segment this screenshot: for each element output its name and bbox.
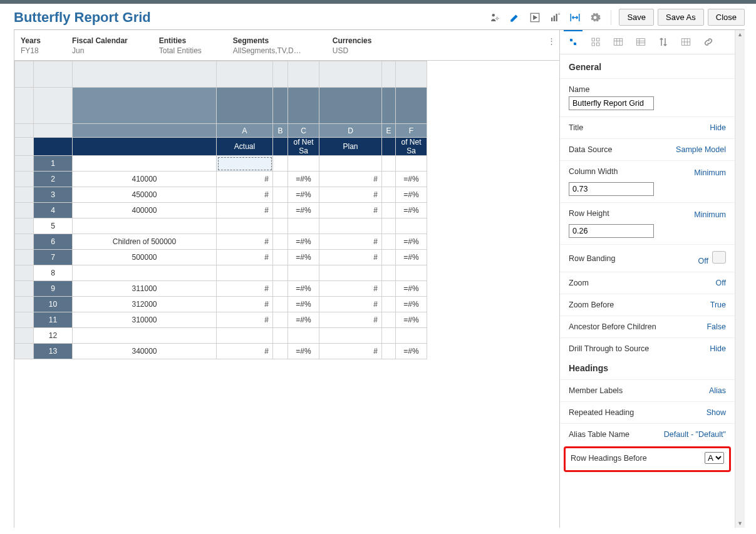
cell[interactable]: # — [319, 250, 382, 265]
cell[interactable] — [273, 218, 288, 234]
cell[interactable]: # — [217, 187, 273, 203]
cell[interactable]: =#% — [396, 187, 427, 203]
col-letter-D[interactable]: D — [319, 124, 382, 138]
cell[interactable] — [382, 187, 396, 203]
prop-zoombefore-value[interactable]: True — [710, 300, 726, 309]
grid[interactable]: ABCDEFActualof Net SaPlanof Net Sa124100… — [14, 61, 559, 528]
gear-icon[interactable] — [587, 9, 603, 26]
pov-entities[interactable]: EntitiesTotal Entities — [159, 36, 202, 55]
cell[interactable]: # — [319, 297, 382, 312]
cell[interactable] — [396, 328, 427, 344]
pov-currencies[interactable]: CurrenciesUSD — [333, 36, 372, 55]
row-label[interactable]: Children of 500000 — [73, 234, 217, 250]
cell[interactable]: # — [217, 344, 273, 359]
row-label[interactable]: 450000 — [73, 187, 217, 203]
row-number[interactable]: 7 — [34, 250, 73, 265]
col-letter-A[interactable]: A — [217, 124, 273, 138]
cell[interactable] — [382, 156, 396, 172]
col-letter-C[interactable]: C — [288, 124, 319, 138]
col-header-B[interactable] — [273, 138, 288, 156]
row-label[interactable] — [73, 156, 217, 172]
cell[interactable] — [217, 156, 273, 172]
cell[interactable] — [382, 172, 396, 187]
save-as-button[interactable]: Save As — [658, 9, 704, 26]
row-number[interactable]: 2 — [34, 172, 73, 187]
cell[interactable]: # — [319, 344, 382, 359]
cell[interactable] — [273, 281, 288, 297]
cell[interactable] — [273, 234, 288, 250]
row-number[interactable]: 4 — [34, 203, 73, 218]
cell[interactable]: =#% — [288, 250, 319, 265]
cell[interactable]: # — [217, 234, 273, 250]
cell[interactable] — [217, 218, 273, 234]
row-label[interactable]: 340000 — [73, 344, 217, 359]
cell[interactable] — [217, 265, 273, 281]
cell[interactable] — [273, 172, 288, 187]
cell[interactable] — [319, 328, 382, 344]
cell[interactable] — [273, 344, 288, 359]
row-number[interactable]: 9 — [34, 281, 73, 297]
vertical-scrollbar[interactable] — [735, 30, 745, 528]
cell[interactable]: # — [319, 203, 382, 218]
col-letter-B[interactable]: B — [273, 124, 288, 138]
col-header-D[interactable]: Plan — [319, 138, 382, 156]
cell[interactable]: =#% — [288, 187, 319, 203]
cell[interactable] — [396, 265, 427, 281]
cell[interactable]: =#% — [396, 344, 427, 359]
cell[interactable] — [273, 297, 288, 312]
cell[interactable]: # — [319, 187, 382, 203]
tab-link-icon[interactable] — [702, 35, 715, 49]
row-label[interactable]: 410000 — [73, 172, 217, 187]
cell[interactable] — [273, 312, 288, 328]
prop-title-value[interactable]: Hide — [710, 123, 726, 132]
user-settings-icon[interactable] — [487, 9, 503, 26]
cell[interactable] — [319, 218, 382, 234]
col-letter-F[interactable]: F — [396, 124, 427, 138]
cell[interactable]: # — [319, 234, 382, 250]
cell[interactable]: =#% — [396, 281, 427, 297]
cell[interactable] — [273, 265, 288, 281]
cell[interactable]: # — [217, 172, 273, 187]
cell[interactable]: =#% — [288, 234, 319, 250]
tab-grid1-icon[interactable] — [589, 35, 603, 49]
tab-grid4-icon[interactable] — [679, 35, 693, 49]
prop-ancestor-value[interactable]: False — [707, 322, 726, 331]
row-number[interactable]: 1 — [34, 156, 73, 172]
rowheight-input[interactable] — [569, 224, 654, 238]
cell[interactable] — [382, 218, 396, 234]
cell[interactable] — [382, 312, 396, 328]
colwidth-link[interactable]: Minimum — [694, 168, 726, 177]
row-number[interactable]: 3 — [34, 187, 73, 203]
name-input[interactable] — [569, 96, 654, 110]
tab-grid2-icon[interactable] — [611, 35, 625, 49]
row-label[interactable] — [73, 328, 217, 344]
cell[interactable] — [319, 265, 382, 281]
preview-icon[interactable] — [527, 9, 543, 26]
cell[interactable]: =#% — [396, 297, 427, 312]
prop-repeated-value[interactable]: Show — [707, 408, 726, 417]
col-header-A[interactable]: Actual — [217, 138, 273, 156]
row-number[interactable]: 12 — [34, 328, 73, 344]
cell[interactable] — [382, 328, 396, 344]
cell[interactable]: =#% — [396, 250, 427, 265]
close-button[interactable]: Close — [708, 9, 745, 26]
tab-general-icon[interactable] — [566, 35, 580, 49]
tab-sort-icon[interactable] — [656, 35, 670, 49]
row-label[interactable]: 310000 — [73, 312, 217, 328]
cell[interactable]: =#% — [396, 203, 427, 218]
row-number[interactable]: 10 — [34, 297, 73, 312]
pov-fiscal-calendar[interactable]: Fiscal CalendarJun — [72, 36, 128, 55]
cell[interactable] — [288, 328, 319, 344]
cell[interactable] — [273, 250, 288, 265]
cell[interactable]: =#% — [396, 234, 427, 250]
cell[interactable] — [273, 203, 288, 218]
cell[interactable] — [273, 156, 288, 172]
cell[interactable] — [273, 328, 288, 344]
prop-drill-value[interactable]: Hide — [710, 344, 726, 353]
cell[interactable]: # — [217, 281, 273, 297]
cell[interactable] — [288, 218, 319, 234]
cell[interactable] — [273, 187, 288, 203]
prop-rowbanding-value[interactable]: Off — [698, 257, 708, 265]
cell[interactable] — [382, 203, 396, 218]
row-label[interactable] — [73, 218, 217, 234]
